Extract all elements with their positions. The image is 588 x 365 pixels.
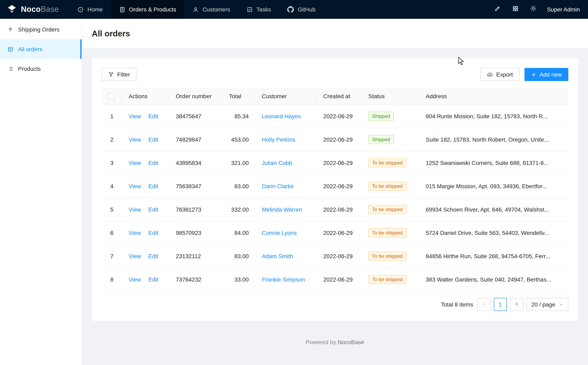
total-cell: 85.34 [223, 105, 255, 128]
edit-link[interactable]: Edit [148, 183, 158, 190]
home-icon [78, 6, 84, 13]
view-link[interactable]: View [129, 276, 141, 283]
select-all-checkbox[interactable] [108, 93, 115, 100]
add-new-button[interactable]: Add new [524, 68, 568, 81]
row-index: 4 [102, 175, 122, 198]
status-cell: Shipped [362, 128, 419, 151]
column-header-address: Address [419, 88, 568, 105]
edit-link[interactable]: Edit [148, 253, 158, 260]
user-menu[interactable]: Super Admin [547, 6, 580, 13]
ui-editor-button[interactable] [490, 2, 504, 16]
plugins-button[interactable] [508, 2, 523, 16]
orders-products-icon [119, 6, 125, 13]
pagination-prev-button[interactable] [477, 298, 490, 311]
customer-link[interactable]: Melinda Warren [262, 206, 302, 213]
view-link[interactable]: View [129, 113, 141, 120]
nocobase-logo[interactable]: NocoBase [0, 0, 69, 19]
created-at-cell: 2022-06-29 [317, 128, 362, 151]
table-header-row: Actions Order number Total Customer Crea… [102, 88, 568, 105]
customer-link[interactable]: Adam Smith [262, 253, 293, 260]
order-number-cell: 73764232 [169, 268, 223, 291]
edit-link[interactable]: Edit [148, 160, 158, 166]
address-cell: Suite 182, 15783, North Robert, Oregon, … [419, 128, 568, 151]
customer-link[interactable]: Darin Clarke [262, 183, 294, 190]
nav-item-home[interactable]: Home [69, 0, 111, 19]
page-header: All orders [82, 19, 588, 48]
status-badge: To be shipped [368, 182, 406, 191]
gear-icon [530, 5, 537, 14]
view-link[interactable]: View [129, 230, 141, 236]
address-cell: 804 Runte Mission, Suite 182, 15783, Nor… [419, 105, 568, 128]
nav-item-orders-products[interactable]: Orders & Products [111, 0, 184, 19]
nav-item-label: Customers [203, 6, 230, 13]
view-link[interactable]: View [129, 206, 141, 213]
nav-item-tasks[interactable]: Tasks [238, 0, 279, 19]
address-cell: 1252 Swaniawski Corners, Suite 688, 8137… [419, 151, 568, 175]
order-number-cell: 38475647 [169, 105, 223, 128]
nav-item-label: Tasks [256, 6, 271, 13]
logo-text: NocoBase [21, 5, 59, 14]
status-cell: To be shipped [362, 151, 419, 175]
row-index: 3 [102, 151, 122, 175]
view-link[interactable]: View [129, 136, 141, 143]
edit-link[interactable]: Edit [148, 230, 158, 236]
column-header-created-at: Created at [317, 88, 362, 105]
nocobase-logo-icon [7, 3, 17, 15]
export-button[interactable]: Export [480, 68, 519, 81]
created-at-cell: 2022-06-29 [317, 221, 362, 245]
edit-link[interactable]: Edit [148, 276, 158, 283]
view-link[interactable]: View [129, 183, 141, 190]
page-size-select[interactable]: 20 / page [526, 298, 568, 311]
created-at-cell: 2022-06-29 [317, 151, 362, 175]
arrow-up-icon [7, 26, 14, 33]
nocobase-footer-link[interactable]: NocoBase [338, 339, 364, 345]
filter-button-label: Filter [117, 71, 130, 78]
status-badge: To be shipped [368, 205, 406, 214]
created-at-cell: 2022-06-29 [317, 245, 362, 268]
sidebar-item-all-orders[interactable]: All orders [0, 39, 81, 59]
nav-item-customers[interactable]: Customers [184, 0, 238, 19]
sidebar-item-label: Shipping Orders [18, 26, 59, 33]
filter-button[interactable]: Filter [102, 68, 137, 81]
customer-cell: Darin Clarke [255, 175, 317, 198]
status-badge: To be shipped [368, 252, 406, 261]
pagination: Total 8 items 1 [102, 298, 568, 311]
table-row: 4 View Edit 75638347 83.00 Darin Clarke … [102, 175, 568, 198]
tasks-icon [247, 6, 253, 13]
filter-icon [108, 72, 114, 77]
edit-link[interactable]: Edit [148, 113, 158, 120]
content-area: Filter Export [82, 48, 588, 365]
address-cell: 383 Walter Gardens, Suite 040, 24947, Be… [419, 268, 568, 291]
pagination-next-button[interactable] [510, 298, 523, 311]
view-link[interactable]: View [129, 253, 141, 260]
customer-link[interactable]: Connie Lyons [262, 230, 297, 236]
sidebar-item-label: All orders [18, 46, 42, 52]
nav-item-label: Home [87, 6, 103, 13]
top-navigation: Home Orders & Products Customers [69, 0, 324, 19]
status-badge: To be shipped [368, 229, 406, 238]
actions-cell: View Edit [122, 151, 169, 175]
customer-link[interactable]: Holly Perkins [262, 136, 295, 143]
nav-item-github[interactable]: GitHub [279, 0, 324, 19]
address-cell: 84856 Hirthe Run, Suite 268, 94754-6705,… [419, 245, 568, 268]
customer-cell: Frankie Simpson [255, 268, 317, 291]
app-root: NocoBase Home Orders & Products [0, 0, 588, 365]
customer-cell: Holly Perkins [255, 128, 317, 151]
column-header-actions: Actions [122, 88, 169, 105]
customer-link[interactable]: Frankie Simpson [262, 276, 305, 283]
edit-link[interactable]: Edit [148, 206, 158, 213]
customer-link[interactable]: Julian Cobb [262, 160, 292, 166]
sidebar-item-shipping-orders[interactable]: Shipping Orders [0, 20, 81, 39]
pagination-page-1[interactable]: 1 [494, 298, 507, 311]
settings-button[interactable] [527, 2, 540, 16]
view-link[interactable]: View [129, 160, 141, 166]
actions-cell: View Edit [122, 221, 169, 245]
address-cell: 69934 Schoen River, Apt. 646, 49704, Wal… [419, 198, 568, 221]
customer-link[interactable]: Leonard Hayes [262, 113, 301, 120]
edit-link[interactable]: Edit [148, 136, 158, 143]
sidebar-item-products[interactable]: Products [0, 59, 81, 78]
sidebar: Shipping Orders All orders Products [0, 19, 82, 365]
total-cell: 83.00 [223, 245, 255, 268]
row-index: 7 [102, 245, 122, 268]
nav-item-label: Orders & Products [129, 6, 176, 13]
